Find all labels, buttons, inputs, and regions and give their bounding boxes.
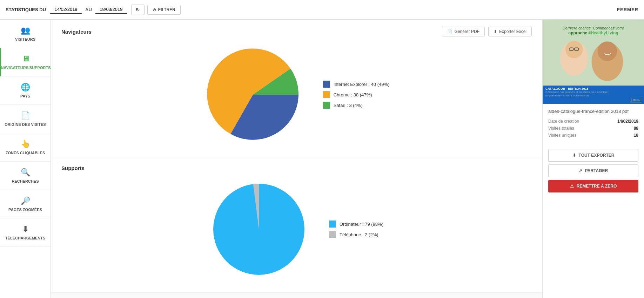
partager-button[interactable]: ↗ PARTAGER bbox=[548, 164, 638, 177]
legend-item-safari: Safari : 3 (4%) bbox=[323, 102, 390, 109]
supports-chart-area: Ordinateur : 79 (98%) Téléphone : 2 (2%) bbox=[61, 177, 532, 285]
supports-section: Supports Ordinateur : 79 ( bbox=[51, 158, 542, 293]
refresh-button[interactable]: ↻ bbox=[131, 5, 145, 15]
supports-pie-chart bbox=[210, 180, 308, 278]
date-creation-value: 14/02/2019 bbox=[617, 119, 638, 124]
svg-text:Dernière chance. Commencez vot: Dernière chance. Commencez votre bbox=[563, 26, 624, 30]
date-from-input[interactable] bbox=[50, 5, 82, 14]
navigateurs-section: Navigateurs 📄 Générer PDF ⬇ Exporter Exc… bbox=[51, 20, 542, 158]
sidebar-label-telechargements: TÉLÉCHARGEMENTS bbox=[5, 236, 45, 240]
remettre-zero-label: REMETTRE À ZERO bbox=[577, 184, 617, 189]
sidebar-label-visiteurs: VISITEURS bbox=[15, 37, 35, 41]
document-icon: 📄 bbox=[21, 111, 30, 120]
legend-color-telephone bbox=[329, 231, 336, 238]
filter-label: FILTRER bbox=[158, 7, 175, 12]
close-button[interactable]: FERMER bbox=[617, 7, 638, 12]
legend-color-chrome bbox=[323, 91, 330, 98]
main-layout: 👥 VISITEURS 🖥 NAVIGATEURS/SUPPORTS 🌐 PAY… bbox=[0, 20, 644, 298]
catalog-image: Dernière chance. Commencez votre approch… bbox=[543, 20, 644, 104]
right-panel: Dernière chance. Commencez votre approch… bbox=[542, 20, 644, 298]
legend-item-ordinateur: Ordinateur : 79 (98%) bbox=[329, 221, 383, 228]
remettre-zero-button[interactable]: ⚠ REMETTRE À ZERO bbox=[548, 180, 638, 192]
exporter-excel-button[interactable]: ⬇ Exporter Excel bbox=[488, 27, 532, 36]
export-icon: ⬇ bbox=[572, 153, 576, 158]
navigateurs-pie-chart bbox=[204, 46, 302, 144]
date-creation-label: Date de création bbox=[548, 119, 579, 124]
navigateurs-actions: 📄 Générer PDF ⬇ Exporter Excel bbox=[442, 27, 532, 36]
legend-label-ordinateur: Ordinateur : 79 (98%) bbox=[340, 222, 383, 227]
warning-icon: ⚠ bbox=[570, 184, 574, 189]
meta-visites-totales: Visites totales 88 bbox=[548, 126, 638, 131]
globe-icon: 🌐 bbox=[21, 83, 30, 92]
meta-date-creation: Date de création 14/02/2019 bbox=[548, 119, 638, 124]
catalog-title: aldes-catalogue-france-edition 2018 pdf bbox=[548, 109, 638, 114]
generer-pdf-label: Générer PDF bbox=[455, 29, 479, 34]
sidebar-label-recherches: RECHERCHES bbox=[12, 179, 39, 183]
tout-exporter-label: TOUT EXPORTER bbox=[579, 153, 615, 158]
svg-point-10 bbox=[597, 41, 617, 61]
sidebar-item-navigateurs[interactable]: 🖥 NAVIGATEURS/SUPPORTS bbox=[0, 48, 51, 76]
visites-totales-label: Visites totales bbox=[548, 126, 574, 131]
navigateurs-title: Navigateurs bbox=[61, 29, 92, 35]
legend-label-telephone: Téléphone : 2 (2%) bbox=[340, 232, 378, 237]
cursor-icon: 👆 bbox=[21, 140, 30, 149]
visites-uniques-value: 18 bbox=[634, 133, 638, 138]
meta-visites-uniques: Visites uniques 18 bbox=[548, 133, 638, 138]
search-icon: 🔍 bbox=[21, 168, 30, 177]
stats-label: STATISTIQUES DU bbox=[6, 7, 46, 12]
legend-label-chrome: Chrome : 38 (47%) bbox=[334, 92, 372, 97]
legend-item-ie: Internet Explorer : 40 (49%) bbox=[323, 81, 390, 88]
visites-totales-value: 88 bbox=[634, 126, 638, 131]
monitor-icon: 🖥 bbox=[22, 54, 30, 63]
legend-color-safari bbox=[323, 102, 330, 109]
date-separator: AU bbox=[85, 7, 92, 12]
exporter-excel-label: Exporter Excel bbox=[499, 29, 526, 34]
main-content: Navigateurs 📄 Générer PDF ⬇ Exporter Exc… bbox=[51, 20, 542, 298]
sidebar-label-pays: PAYS bbox=[20, 94, 30, 98]
svg-text:approche #HealthyLiving: approche #HealthyLiving bbox=[569, 31, 618, 35]
svg-point-5 bbox=[565, 41, 583, 58]
legend-item-telephone: Téléphone : 2 (2%) bbox=[329, 231, 383, 238]
supports-title: Supports bbox=[61, 165, 85, 171]
sidebar-item-pays[interactable]: 🌐 PAYS bbox=[0, 76, 51, 105]
partager-label: PARTAGER bbox=[585, 168, 608, 173]
visitors-icon: 👥 bbox=[21, 26, 30, 35]
navigateurs-legend: Internet Explorer : 40 (49%) Chrome : 38… bbox=[323, 81, 390, 109]
sidebar-item-telechargements[interactable]: ⬇ TÉLÉCHARGEMENTS bbox=[0, 218, 51, 247]
navigateurs-chart-area: Internet Explorer : 40 (49%) Chrome : 38… bbox=[61, 42, 532, 151]
share-icon: ↗ bbox=[579, 168, 582, 173]
legend-color-ordinateur bbox=[329, 221, 336, 228]
download-icon: ⬇ bbox=[22, 225, 28, 234]
date-to-input[interactable] bbox=[95, 5, 127, 14]
supports-header: Supports bbox=[61, 165, 532, 171]
zoom-icon: 🔎 bbox=[21, 196, 30, 205]
sidebar-label-origine: ORIGINE DES VISITES bbox=[5, 122, 46, 127]
sidebar-item-origine[interactable]: 📄 ORIGINE DES VISITES bbox=[0, 105, 51, 133]
visites-uniques-label: Visites uniques bbox=[548, 133, 577, 138]
sidebar-label-pages: PAGES ZOOMÉES bbox=[8, 208, 42, 212]
legend-label-ie: Internet Explorer : 40 (49%) bbox=[334, 82, 390, 87]
sidebar-item-visiteurs[interactable]: 👥 VISITEURS bbox=[0, 20, 51, 48]
sidebar: 👥 VISITEURS 🖥 NAVIGATEURS/SUPPORTS 🌐 PAY… bbox=[0, 20, 51, 298]
navigateurs-header: Navigateurs 📄 Générer PDF ⬇ Exporter Exc… bbox=[61, 27, 532, 36]
supports-legend: Ordinateur : 79 (98%) Téléphone : 2 (2%) bbox=[329, 221, 383, 238]
catalog-edition-label: CATALOGUE - EDITION 2018 bbox=[545, 87, 641, 90]
legend-color-ie bbox=[323, 81, 330, 88]
generer-pdf-button[interactable]: 📄 Générer PDF bbox=[442, 27, 485, 36]
catalog-meta: Date de création 14/02/2019 Visites tota… bbox=[548, 119, 638, 138]
top-bar: STATISTIQUES DU AU ↻ ⊘ FILTRER FERMER bbox=[0, 0, 644, 20]
sidebar-label-zones: ZONES CLIQUABLES bbox=[6, 151, 45, 155]
catalog-info: aldes-catalogue-france-edition 2018 pdf … bbox=[543, 104, 644, 148]
legend-label-safari: Safari : 3 (4%) bbox=[334, 103, 363, 108]
pdf-icon: 📄 bbox=[447, 29, 452, 34]
excel-icon: ⬇ bbox=[494, 29, 497, 34]
filter-button[interactable]: ⊘ FILTRER bbox=[147, 5, 181, 15]
filter-icon: ⊘ bbox=[153, 7, 156, 12]
legend-item-chrome: Chrome : 38 (47%) bbox=[323, 91, 390, 98]
sidebar-item-pages[interactable]: 🔎 PAGES ZOOMÉES bbox=[0, 190, 51, 218]
sidebar-item-zones[interactable]: 👆 ZONES CLIQUABLES bbox=[0, 133, 51, 162]
sidebar-label-navigateurs: NAVIGATEURS/SUPPORTS bbox=[1, 66, 51, 70]
tout-exporter-button[interactable]: ⬇ TOUT EXPORTER bbox=[548, 149, 638, 162]
sidebar-item-recherches[interactable]: 🔍 RECHERCHES bbox=[0, 162, 51, 190]
